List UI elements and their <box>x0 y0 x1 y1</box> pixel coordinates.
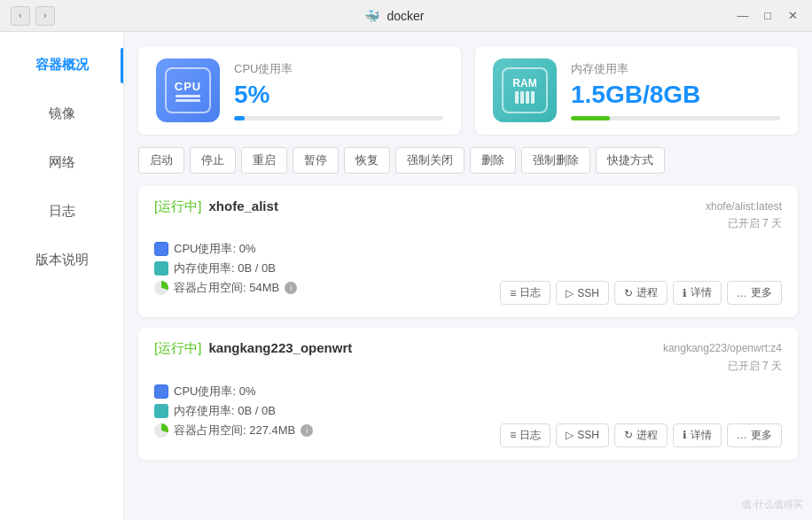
toolbar-pause-button[interactable]: 暂停 <box>293 147 339 174</box>
container-card-1: [运行中] kangkang223_openwrt kangkang223/op… <box>138 328 798 459</box>
action-detail-button-0[interactable]: ℹ 详情 <box>673 281 722 305</box>
toolbar-shortcut-button[interactable]: 快捷方式 <box>596 147 665 174</box>
disk-small-icon-0 <box>154 281 168 295</box>
cpu-stat-title: CPU使用率 <box>234 61 443 77</box>
cpu-progress-bar <box>234 116 245 120</box>
container-actions-1: ≡ 日志 ▷ SSH ↻ 进程 ℹ 详情 … 更多 <box>500 423 782 447</box>
more-icon-1: … <box>737 429 747 441</box>
action-more-button-0[interactable]: … 更多 <box>727 281 782 305</box>
maximize-button[interactable]: □ <box>759 7 777 25</box>
container-image-0: xhofe/alist:latest <box>706 198 782 215</box>
sidebar-item-network[interactable]: 网络 <box>0 138 123 187</box>
ram-value-used: 1.5GB <box>571 81 643 108</box>
sidebar-item-about[interactable]: 版本说明 <box>0 236 123 284</box>
action-process-button-1[interactable]: ↻ 进程 <box>614 423 668 447</box>
running-badge-0: [运行中] <box>154 198 201 213</box>
titlebar-right: — □ ✕ <box>734 7 801 25</box>
action-log-button-0[interactable]: ≡ 日志 <box>500 281 550 305</box>
cpu-chip-lines <box>176 95 200 102</box>
cpu-stat-text-1: CPU使用率: 0% <box>174 384 255 400</box>
cpu-small-icon-1 <box>154 384 168 399</box>
sidebar-item-images[interactable]: 镜像 <box>0 89 123 138</box>
cpu-value-unit: % <box>248 81 270 108</box>
close-button[interactable]: ✕ <box>784 7 801 25</box>
toolbar-restart-button[interactable]: 重启 <box>241 147 287 174</box>
action-process-button-0[interactable]: ↻ 进程 <box>614 281 668 305</box>
sidebar-item-label: 网络 <box>49 154 75 169</box>
cpu-progress-bar-container <box>234 116 443 120</box>
ram-stat-info: 内存使用率 1.5GB/8GB <box>571 61 780 120</box>
sidebar-item-logs[interactable]: 日志 <box>0 187 123 236</box>
ram-progress-bar <box>571 116 610 120</box>
ram-chip-bars <box>515 91 535 104</box>
toolbar-stop-button[interactable]: 停止 <box>190 147 236 174</box>
cpu-icon: CPU <box>156 58 220 122</box>
app-icon: 🐳 <box>364 9 379 23</box>
toolbar-start-button[interactable]: 启动 <box>138 147 184 174</box>
action-ssh-button-0[interactable]: ▷ SSH <box>556 281 609 305</box>
cpu-stat-text-0: CPU使用率: 0% <box>174 241 255 257</box>
cpu-small-icon-0 <box>154 242 168 256</box>
nav-forward-button[interactable]: › <box>35 6 55 26</box>
ram-stat-card: RAM 内存使用率 1.5GB/8GB <box>475 46 798 135</box>
ssh-icon-0: ▷ <box>566 287 574 299</box>
cpu-stat-value: 5% <box>234 81 443 109</box>
toolbar-delete-button[interactable]: 删除 <box>470 147 516 174</box>
running-badge-1: [运行中] <box>154 340 201 355</box>
toolbar-force-delete-button[interactable]: 强制删除 <box>521 147 590 174</box>
disk-info-icon-0[interactable]: i <box>285 282 297 294</box>
disk-info-icon-1[interactable]: i <box>301 424 313 437</box>
detail-icon-1: ℹ <box>683 429 687 441</box>
stat-line-cpu-1: CPU使用率: 0% <box>154 384 313 400</box>
container-header-1: [运行中] kangkang223_openwrt kangkang223/op… <box>154 340 782 374</box>
cpu-value-number: 5 <box>234 81 248 108</box>
action-more-button-1[interactable]: … 更多 <box>727 423 782 447</box>
stats-row: CPU CPU使用率 5% R <box>138 46 798 135</box>
minimize-button[interactable]: — <box>734 7 752 25</box>
titlebar-left: ‹ › <box>11 6 55 26</box>
action-ssh-button-1[interactable]: ▷ SSH <box>556 423 609 447</box>
container-name-text-0: xhofe_alist <box>209 198 278 213</box>
titlebar: ‹ › 🐳 docker — □ ✕ <box>0 0 812 32</box>
stat-line-mem-0: 内存使用率: 0B / 0B <box>154 260 297 276</box>
stat-line-disk-1: 容器占用空间: 227.4MB i <box>154 423 313 439</box>
sidebar-item-label: 日志 <box>49 203 75 218</box>
sidebar-item-overview[interactable]: 容器概况 <box>0 41 123 89</box>
ram-stat-value: 1.5GB/8GB <box>571 81 780 109</box>
disk-stat-text-1: 容器占用空间: 227.4MB <box>174 423 295 439</box>
action-detail-button-1[interactable]: ℹ 详情 <box>673 423 722 447</box>
detail-icon-0: ℹ <box>683 287 687 299</box>
container-stats-0: CPU使用率: 0% 内存使用率: 0B / 0B 容器占用空间: 54MB i <box>154 241 297 296</box>
container-name-text-1: kangkang223_openwrt <box>209 340 353 355</box>
ssh-icon-1: ▷ <box>566 429 574 441</box>
toolbar-force-stop-button[interactable]: 强制关闭 <box>395 147 465 174</box>
mem-stat-text-1: 内存使用率: 0B / 0B <box>174 403 276 419</box>
container-uptime-0: 已开启 7 天 <box>706 215 782 232</box>
nav-back-button[interactable]: ‹ <box>11 6 30 26</box>
ram-chip-label: RAM <box>512 77 536 89</box>
sidebar-item-label: 版本说明 <box>35 252 89 267</box>
cpu-stat-card: CPU CPU使用率 5% <box>138 46 461 135</box>
ram-icon: RAM <box>493 58 557 122</box>
disk-small-icon-1 <box>154 423 168 438</box>
toolbar: 启动 停止 重启 暂停 恢复 强制关闭 删除 强制删除 快捷方式 <box>138 147 798 174</box>
container-stats-1: CPU使用率: 0% 内存使用率: 0B / 0B 容器占用空间: 227.4M… <box>154 384 313 439</box>
toolbar-resume-button[interactable]: 恢复 <box>344 147 390 174</box>
cpu-stat-info: CPU使用率 5% <box>234 61 443 120</box>
process-icon-1: ↻ <box>624 429 633 441</box>
container-card-0: [运行中] xhofe_alist xhofe/alist:latest 已开启… <box>138 186 798 317</box>
mem-stat-text-0: 内存使用率: 0B / 0B <box>174 260 276 276</box>
ram-value-total: 8GB <box>650 81 701 108</box>
container-header-0: [运行中] xhofe_alist xhofe/alist:latest 已开启… <box>154 198 782 232</box>
action-log-button-1[interactable]: ≡ 日志 <box>500 423 550 447</box>
ram-value-separator: / <box>643 81 650 108</box>
app-title: docker <box>386 9 424 23</box>
sidebar-item-label: 容器概况 <box>35 57 89 72</box>
more-icon-0: … <box>737 287 747 299</box>
container-image-1: kangkang223/openwrt:z4 <box>663 340 782 357</box>
container-meta-0: xhofe/alist:latest 已开启 7 天 <box>706 198 782 232</box>
sidebar: 容器概况 镜像 网络 日志 版本说明 <box>0 32 124 520</box>
process-icon-0: ↻ <box>624 287 633 299</box>
container-name-1: [运行中] kangkang223_openwrt <box>154 340 352 357</box>
sidebar-item-label: 镜像 <box>49 105 75 120</box>
